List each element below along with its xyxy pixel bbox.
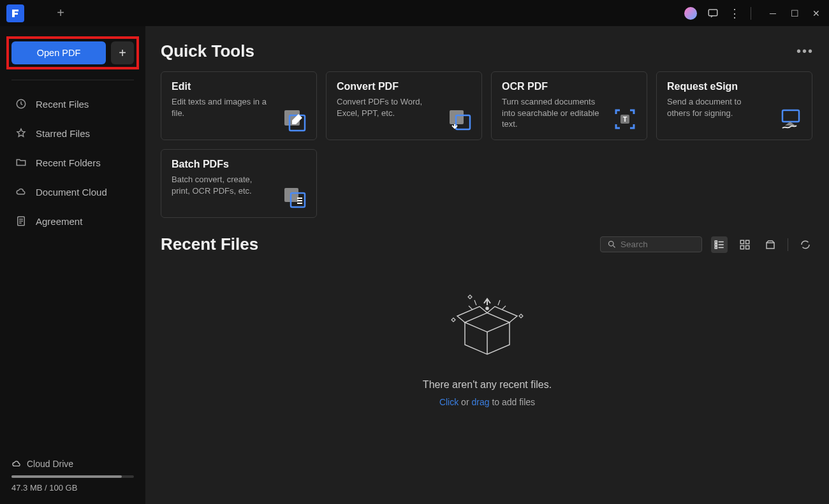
open-pdf-button[interactable]: Open PDF <box>11 41 106 64</box>
cloud-drive-label[interactable]: Cloud Drive <box>11 459 134 469</box>
svg-rect-14 <box>715 243 717 245</box>
new-tab-button[interactable]: + <box>51 4 70 23</box>
empty-box-icon <box>446 287 529 364</box>
empty-state: There aren't any recent files. Click or … <box>161 287 814 407</box>
quick-tools-cards: Edit Edit texts and images in a file. Co… <box>161 71 814 218</box>
sidebar-item-label: Recent Files <box>36 99 89 110</box>
card-title: Batch PDFs <box>172 159 306 170</box>
new-pdf-button[interactable]: + <box>111 41 134 64</box>
svg-point-12 <box>609 241 614 247</box>
refresh-button[interactable] <box>797 236 814 253</box>
search-input[interactable] <box>620 240 695 249</box>
search-icon <box>607 240 617 249</box>
esign-icon <box>777 106 803 132</box>
empty-subtext: Click or drag to add files <box>439 397 535 407</box>
sort-button[interactable] <box>762 236 779 253</box>
titlebar: + ⋮ ─ ☐ ✕ <box>0 0 829 26</box>
quick-tools-more-icon[interactable]: ••• <box>796 44 814 59</box>
empty-text: There aren't any recent files. <box>423 379 552 391</box>
svg-rect-15 <box>715 247 717 248</box>
card-desc: Batch convert, create, print, OCR PDFs, … <box>172 174 270 196</box>
cloud-icon <box>15 186 27 198</box>
card-edit[interactable]: Edit Edit texts and images in a file. <box>161 71 317 140</box>
cloud-progress <box>11 475 134 478</box>
card-title: Request eSign <box>667 81 802 92</box>
quick-tools-heading: Quick Tools <box>161 41 254 61</box>
recent-files-heading: Recent Files <box>161 234 258 254</box>
sidebar-divider <box>11 80 134 80</box>
kebab-menu-icon[interactable]: ⋮ <box>729 6 740 20</box>
sidebar-item-agreement[interactable]: Agreement <box>5 206 140 236</box>
star-icon <box>15 127 27 139</box>
sidebar-item-recent-files[interactable]: Recent Files <box>5 89 140 119</box>
main-content: Quick Tools ••• Edit Edit texts and imag… <box>145 26 829 504</box>
svg-rect-18 <box>740 245 744 248</box>
card-title: Convert PDF <box>337 81 471 92</box>
empty-drag-link[interactable]: drag <box>471 397 489 407</box>
empty-rest: to add files <box>490 397 536 407</box>
card-batch-pdfs[interactable]: Batch PDFs Batch convert, create, print,… <box>161 149 317 218</box>
maximize-button[interactable]: ☐ <box>788 8 801 18</box>
divider <box>751 7 751 20</box>
svg-text:T: T <box>623 115 627 123</box>
card-desc: Convert PDFs to Word, Excel, PPT, etc. <box>337 96 436 119</box>
card-title: Edit <box>172 81 306 92</box>
sidebar-item-document-cloud[interactable]: Document Cloud <box>5 177 140 206</box>
svg-rect-16 <box>740 240 744 243</box>
folder-icon <box>15 157 27 168</box>
card-desc: Edit texts and images in a file. <box>172 96 270 119</box>
grid-view-button[interactable] <box>737 236 753 253</box>
search-box[interactable] <box>600 236 702 252</box>
svg-point-21 <box>486 307 488 310</box>
ocr-icon: T <box>612 106 638 132</box>
sidebar: Open PDF + Recent Files Starred Files Re… <box>0 26 145 504</box>
open-pdf-highlight: Open PDF + <box>6 36 139 69</box>
close-button[interactable]: ✕ <box>810 8 823 18</box>
divider <box>788 238 788 251</box>
doc-icon <box>15 215 27 227</box>
sidebar-item-label: Document Cloud <box>36 187 107 198</box>
minimize-button[interactable]: ─ <box>767 8 779 18</box>
cloud-usage-text: 47.3 MB / 100 GB <box>11 483 134 493</box>
card-desc: Turn scanned documents into searchable o… <box>502 96 601 130</box>
batch-icon <box>282 184 307 210</box>
cloud-drive-text: Cloud Drive <box>27 459 73 469</box>
card-ocr-pdf[interactable]: OCR PDF Turn scanned documents into sear… <box>491 71 647 140</box>
app-logo[interactable] <box>6 4 24 22</box>
svg-rect-19 <box>746 245 749 248</box>
empty-click-link[interactable]: Click <box>439 397 459 407</box>
cloud-icon <box>11 459 22 469</box>
cloud-progress-fill <box>11 475 122 478</box>
svg-rect-0 <box>708 10 717 16</box>
card-request-esign[interactable]: Request eSign Send a document to others … <box>656 71 812 140</box>
svg-rect-13 <box>715 241 717 243</box>
svg-rect-20 <box>767 243 774 248</box>
message-icon[interactable] <box>707 8 719 19</box>
window-controls: ─ ☐ ✕ <box>767 8 823 18</box>
clock-icon <box>15 98 27 110</box>
user-avatar[interactable] <box>684 7 697 20</box>
sidebar-item-recent-folders[interactable]: Recent Folders <box>5 148 140 177</box>
card-desc: Send a document to others for signing. <box>667 96 766 119</box>
card-title: OCR PDF <box>502 81 636 92</box>
sidebar-item-starred-files[interactable]: Starred Files <box>5 119 140 148</box>
edit-icon <box>282 106 307 132</box>
sidebar-item-label: Agreement <box>36 216 82 227</box>
sidebar-item-label: Recent Folders <box>36 157 101 168</box>
empty-or: or <box>459 397 471 407</box>
svg-rect-9 <box>782 110 799 122</box>
svg-rect-17 <box>746 240 749 243</box>
sidebar-item-label: Starred Files <box>36 128 90 139</box>
cloud-drive-footer: Cloud Drive 47.3 MB / 100 GB <box>0 451 145 504</box>
card-convert-pdf[interactable]: Convert PDF Convert PDFs to Word, Excel,… <box>326 71 482 140</box>
list-view-button[interactable] <box>711 236 728 253</box>
convert-icon <box>447 106 473 132</box>
